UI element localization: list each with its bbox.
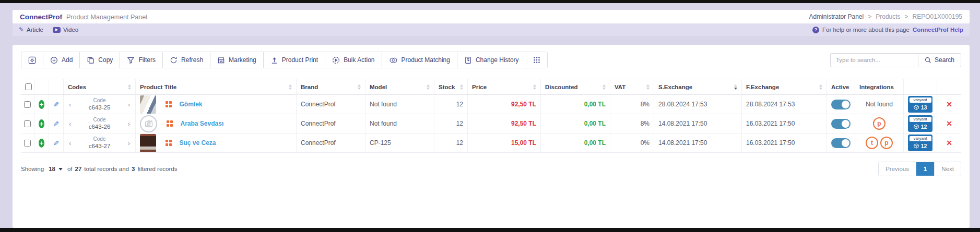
variant-label: varyant (910, 136, 931, 141)
sort-icon[interactable] (358, 84, 361, 90)
table-footer: Showing 18 of 27 total records and 3 fil… (21, 162, 961, 176)
help-link[interactable]: ConnectProf Help (913, 27, 963, 33)
search-button[interactable]: Search (918, 53, 961, 67)
integration-icon[interactable]: p (880, 137, 893, 149)
chevron-left-icon[interactable]: ‹ (68, 120, 72, 128)
sort-icon[interactable] (603, 84, 606, 90)
video-link[interactable]: ▶ Video (53, 27, 78, 33)
chevron-left-icon[interactable]: ‹ (68, 139, 72, 147)
delete-x-icon[interactable]: ✕ (946, 100, 952, 108)
sort-icon[interactable] (460, 84, 463, 90)
add-button[interactable]: Add (43, 52, 80, 68)
chevron-left-icon[interactable]: ‹ (68, 101, 72, 108)
product-title-link[interactable]: Araba Sevdası (181, 120, 224, 127)
refresh-button[interactable]: Refresh (163, 52, 210, 68)
sort-icon[interactable] (128, 84, 131, 90)
chevron-right-icon[interactable]: › (127, 120, 131, 128)
product-title-link[interactable]: Suç ve Ceza (180, 139, 216, 146)
column-header-product-title[interactable]: Product Title (136, 79, 297, 94)
camera-off-icon (144, 119, 154, 128)
page-size-select[interactable]: 18 (46, 166, 65, 172)
page-1-button[interactable]: 1 (916, 162, 935, 176)
table-settings-button[interactable] (21, 52, 43, 68)
plus-circle-icon[interactable]: + (39, 119, 44, 128)
integration-icon[interactable]: t (866, 137, 878, 149)
model-cell: Not found (365, 114, 434, 133)
sub-bar: ✎ Article ▶ Video ? For help or more abo… (13, 23, 970, 36)
change-history-button[interactable]: Change History (457, 52, 526, 68)
row-checkbox[interactable] (24, 140, 31, 146)
product-print-label: Product Print (282, 56, 318, 64)
copy-button[interactable]: Copy (80, 52, 120, 68)
discounted-cell: 0,00 TL (584, 101, 606, 108)
product-matching-button[interactable]: Product Matching (382, 52, 457, 68)
sort-icon[interactable] (646, 84, 650, 90)
column-header-vat[interactable]: VAT (610, 79, 654, 94)
edit-pencil-icon[interactable]: ✎ (53, 101, 59, 108)
breadcrumb-admin-panel[interactable]: Administrator Panel (809, 13, 864, 20)
plus-circle-icon[interactable]: + (39, 100, 44, 109)
variant-badge[interactable]: varyant 12 (908, 115, 932, 132)
sort-icon[interactable] (427, 84, 430, 90)
plus-circle-icon[interactable]: + (39, 139, 44, 148)
discounted-cell: 0,00 TL (584, 139, 606, 146)
delete-x-icon[interactable]: ✕ (946, 119, 952, 128)
product-thumbnail[interactable] (140, 134, 156, 152)
sort-icon-active[interactable] (734, 84, 737, 90)
row-checkbox[interactable] (24, 101, 31, 108)
next-page-button[interactable]: Next (935, 162, 961, 176)
edit-pencil-icon[interactable]: ✎ (53, 139, 59, 147)
price-cell: 92,50 TL (511, 120, 536, 127)
select-all-checkbox[interactable] (25, 83, 32, 90)
variant-badge[interactable]: varyant 13 (908, 96, 932, 113)
product-thumbnail[interactable] (140, 95, 156, 114)
previous-page-button[interactable]: Previous (879, 162, 916, 176)
code-block: Code c643-25 (89, 97, 111, 112)
active-toggle[interactable] (831, 138, 851, 148)
search-input[interactable] (830, 53, 918, 67)
variant-label: varyant (910, 97, 931, 103)
marketing-button[interactable]: Marketing (210, 52, 264, 68)
category-grid-icon[interactable] (167, 120, 173, 127)
column-header-model[interactable]: Model (365, 79, 434, 94)
column-header-s-exchange[interactable]: S.Exchange (654, 79, 742, 94)
breadcrumb-products[interactable]: Products (876, 13, 900, 20)
integration-icon[interactable]: p (873, 117, 885, 130)
filters-button[interactable]: Filters (120, 52, 163, 68)
active-toggle[interactable] (831, 100, 851, 109)
column-header-price[interactable]: Price (468, 79, 541, 94)
sort-icon[interactable] (533, 84, 536, 90)
subnav: ✎ Article ▶ Video (19, 26, 78, 33)
bulk-action-button[interactable]: Bulk Action (325, 52, 382, 68)
category-grid-icon[interactable] (166, 101, 172, 107)
column-header-stock[interactable]: Stock (434, 79, 468, 94)
delete-x-icon[interactable]: ✕ (946, 139, 952, 147)
row-checkbox[interactable] (24, 120, 31, 127)
sort-icon[interactable] (289, 84, 292, 90)
breadcrumb: Administrator Panel > Products > REPO01X… (809, 13, 962, 20)
column-header-codes[interactable]: Codes (64, 79, 136, 94)
bulk-action-label: Bulk Action (344, 56, 374, 64)
showing-label: Showing (21, 166, 44, 172)
column-header-discounted[interactable]: Discounted (541, 79, 610, 94)
edit-pencil-icon[interactable]: ✎ (53, 120, 59, 128)
code-label: Code (89, 116, 111, 123)
no-image-placeholder (140, 115, 157, 132)
article-link[interactable]: ✎ Article (19, 26, 43, 33)
variant-badge[interactable]: varyant 12 (908, 135, 932, 151)
product-print-button[interactable]: Product Print (264, 52, 325, 68)
active-toggle[interactable] (831, 119, 851, 129)
chevron-right-icon[interactable]: › (127, 101, 131, 108)
column-header-f-exchange[interactable]: F.Exchange (742, 79, 827, 94)
sort-icon[interactable] (819, 84, 822, 90)
table-row: + ✎ ‹ Code c643-27 › Suç ve Ceza (21, 133, 961, 153)
pencil-icon: ✎ (19, 26, 24, 33)
column-header-brand[interactable]: Brand (297, 79, 365, 94)
chevron-down-icon (58, 168, 63, 170)
grid-menu-button[interactable] (526, 52, 547, 68)
chevron-right-icon[interactable]: › (127, 139, 131, 147)
linked-circles-icon (389, 56, 398, 64)
product-title-link[interactable]: Gömlek (180, 101, 203, 108)
pagination: Previous 1 Next (878, 162, 961, 176)
category-grid-icon[interactable] (166, 140, 172, 146)
